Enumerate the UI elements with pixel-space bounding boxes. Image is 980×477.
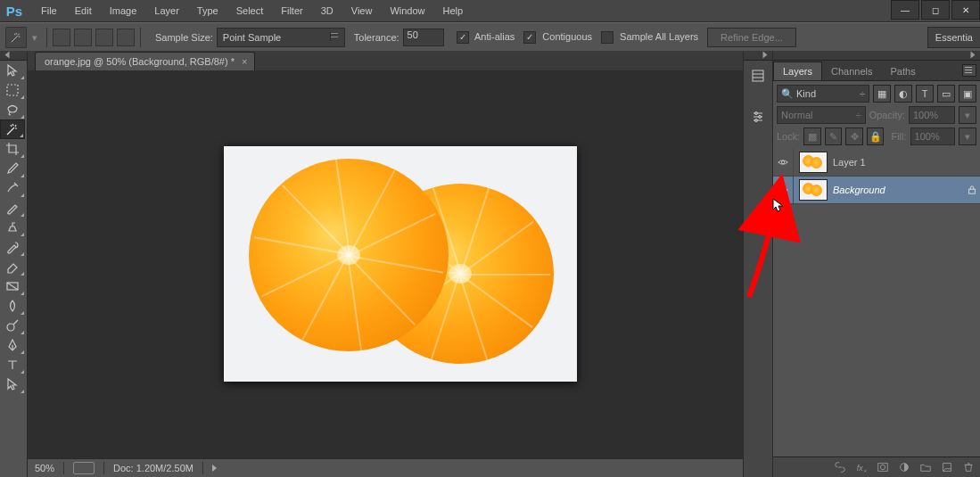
link-layers-icon[interactable]	[834, 461, 846, 473]
collapsed-panel-dock	[743, 51, 773, 477]
pen-tool[interactable]	[0, 335, 25, 355]
tab-channels[interactable]: Channels	[822, 62, 881, 80]
dodge-tool[interactable]	[0, 316, 25, 335]
filter-pixel-icon[interactable]: ▦	[873, 85, 891, 103]
status-bar: 50% Doc: 1.20M/2.50M	[28, 458, 743, 477]
layer-name[interactable]: Layer 1	[833, 157, 980, 168]
lock-transparent-icon[interactable]: ▩	[803, 127, 821, 145]
contiguous-checkbox-wrap[interactable]: Contiguous	[523, 31, 592, 44]
adjustment-layer-icon[interactable]	[898, 461, 910, 473]
menu-filter[interactable]: Filter	[272, 0, 311, 21]
history-brush-tool[interactable]	[0, 237, 25, 257]
selection-add-icon[interactable]	[74, 29, 92, 46]
canvas-viewport[interactable]	[28, 70, 743, 458]
clone-stamp-tool[interactable]	[0, 218, 25, 237]
menu-help[interactable]: Help	[434, 0, 473, 21]
tab-layers[interactable]: Layers	[773, 62, 822, 80]
healing-brush-tool[interactable]	[0, 178, 25, 198]
menu-select[interactable]: Select	[227, 0, 273, 21]
document-tab-close-icon[interactable]: ×	[242, 56, 247, 67]
panel-menu-icon[interactable]	[962, 64, 976, 77]
svg-rect-9	[969, 189, 976, 193]
menu-image[interactable]: Image	[101, 0, 146, 21]
lock-all-icon[interactable]: 🔒	[867, 127, 885, 145]
refine-edge-button[interactable]: Refine Edge...	[707, 28, 796, 47]
toolbox-collapse-handle[interactable]	[0, 51, 27, 61]
status-exposure-icon[interactable]	[73, 462, 95, 474]
close-button[interactable]: ✕	[951, 0, 980, 20]
layer-style-icon[interactable]: fx	[855, 461, 868, 473]
selection-subtract-icon[interactable]	[95, 29, 113, 46]
svg-point-12	[880, 465, 885, 469]
opacity-value[interactable]: 100%	[909, 106, 955, 124]
brush-tool[interactable]	[0, 198, 25, 218]
lasso-tool[interactable]	[0, 100, 25, 119]
minidock-collapse-handle[interactable]	[744, 51, 772, 61]
fill-dropdown-icon[interactable]: ▾	[959, 127, 976, 145]
layer-row[interactable]: Background	[773, 177, 980, 204]
tolerance-input[interactable]: 50	[403, 29, 444, 46]
magic-wand-tool[interactable]	[0, 119, 25, 139]
menu-view[interactable]: View	[342, 0, 382, 21]
selection-mode-icons	[53, 29, 135, 46]
contiguous-checkbox[interactable]	[523, 31, 536, 44]
opacity-dropdown-icon[interactable]: ▾	[959, 106, 976, 124]
filter-adjust-icon[interactable]: ◐	[894, 85, 912, 103]
tab-paths[interactable]: Paths	[882, 62, 925, 80]
layer-mask-icon[interactable]	[877, 461, 889, 473]
panels-collapse-handle[interactable]	[773, 51, 980, 61]
filter-shape-icon[interactable]: ▭	[937, 85, 955, 103]
path-selection-tool[interactable]	[0, 374, 25, 394]
lock-pixels-icon[interactable]: ✎	[825, 127, 843, 145]
delete-layer-icon[interactable]	[962, 461, 975, 473]
status-zoom[interactable]: 50%	[35, 463, 54, 473]
selection-intersect-icon[interactable]	[117, 29, 135, 46]
move-tool[interactable]	[0, 61, 25, 80]
minimize-button[interactable]: —	[891, 0, 919, 20]
blur-tool[interactable]	[0, 296, 25, 316]
menu-file[interactable]: File	[32, 0, 66, 21]
filter-smart-icon[interactable]: ▣	[959, 85, 976, 103]
app-logo: Ps	[4, 2, 25, 20]
menu-type[interactable]: Type	[188, 0, 227, 21]
menu-edit[interactable]: Edit	[66, 0, 101, 21]
filter-type-icon[interactable]: T	[916, 85, 934, 103]
marquee-tool[interactable]	[0, 80, 25, 100]
menu-window[interactable]: Window	[381, 0, 433, 21]
new-layer-icon[interactable]	[941, 461, 953, 473]
layer-visibility-toggle[interactable]	[773, 149, 794, 176]
eraser-tool[interactable]	[0, 257, 25, 276]
gradient-tool[interactable]	[0, 276, 25, 296]
eyedropper-tool[interactable]	[0, 159, 25, 178]
maximize-button[interactable]: ◻	[921, 0, 950, 20]
layer-visibility-toggle[interactable]	[773, 177, 794, 203]
layers-panel-footer: fx	[773, 456, 980, 477]
sample-all-checkbox[interactable]	[601, 31, 614, 44]
history-panel-icon[interactable]	[745, 63, 770, 88]
antialias-checkbox[interactable]	[457, 31, 469, 44]
menu-layer[interactable]: Layer	[145, 0, 188, 21]
lock-position-icon[interactable]: ✥	[845, 127, 863, 145]
document-canvas[interactable]	[224, 146, 577, 382]
document-tab[interactable]: orange.jpg @ 50% (Background, RGB/8#) * …	[35, 52, 255, 70]
layer-thumbnail[interactable]	[799, 152, 828, 173]
blend-mode-select[interactable]: Normal÷	[777, 106, 866, 124]
properties-panel-icon[interactable]	[745, 104, 770, 129]
layer-group-icon[interactable]	[919, 461, 932, 473]
antialias-checkbox-wrap[interactable]: Anti-alias	[457, 31, 515, 44]
type-tool[interactable]	[0, 355, 25, 374]
sample-all-checkbox-wrap[interactable]: Sample All Layers	[601, 31, 698, 44]
fill-value[interactable]: 100%	[910, 127, 956, 145]
layer-row[interactable]: Layer 1	[773, 149, 980, 177]
layer-filter-kind-select[interactable]: 🔍Kind÷	[777, 85, 869, 103]
selection-new-icon[interactable]	[53, 29, 70, 46]
layer-lock-icon	[964, 185, 980, 194]
crop-tool[interactable]	[0, 139, 25, 159]
workspace-switcher[interactable]: Essentia	[927, 27, 980, 48]
layer-name[interactable]: Background	[833, 185, 964, 195]
menu-3d[interactable]: 3D	[312, 0, 342, 21]
current-tool-indicator[interactable]	[5, 27, 27, 48]
sample-size-select[interactable]: Point Sample	[217, 28, 345, 47]
status-menu-arrow-icon[interactable]	[212, 465, 217, 472]
layer-thumbnail[interactable]	[799, 179, 828, 201]
